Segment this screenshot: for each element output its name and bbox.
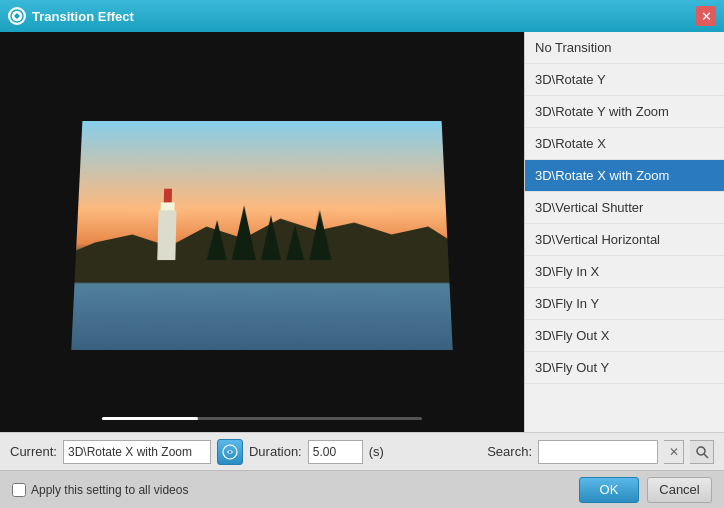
transition-item[interactable]: 3D\Fly Out Y: [525, 352, 724, 384]
duration-input[interactable]: [308, 440, 363, 464]
preview-background: [71, 121, 452, 350]
duration-unit: (s): [369, 444, 384, 459]
transition-item[interactable]: 3D\Rotate X: [525, 128, 724, 160]
cancel-button[interactable]: Cancel: [647, 477, 712, 503]
transition-item[interactable]: 3D\Fly In X: [525, 256, 724, 288]
tree-3: [260, 215, 280, 260]
random-transition-button[interactable]: [217, 439, 243, 465]
duration-label: Duration:: [249, 444, 302, 459]
apply-all-checkbox[interactable]: [12, 483, 26, 497]
transition-item[interactable]: No Transition: [525, 32, 724, 64]
transition-item[interactable]: 3D\Fly In Y: [525, 288, 724, 320]
footer-bar: Apply this setting to all videos OK Canc…: [0, 470, 724, 508]
apply-all-label[interactable]: Apply this setting to all videos: [31, 483, 188, 497]
transition-item[interactable]: 3D\Vertical Shutter: [525, 192, 724, 224]
ok-button[interactable]: OK: [579, 477, 639, 503]
tree-4: [285, 225, 303, 260]
content-area: No Transition3D\Rotate Y3D\Rotate Y with…: [0, 32, 724, 432]
tree-5: [308, 210, 331, 260]
current-label: Current:: [10, 444, 57, 459]
trees-group: [206, 205, 331, 260]
lh-body: [158, 210, 177, 260]
search-go-button[interactable]: [690, 440, 714, 464]
apply-all-checkbox-group: Apply this setting to all videos: [12, 483, 571, 497]
transition-list-panel: No Transition3D\Rotate Y3D\Rotate Y with…: [524, 32, 724, 432]
title-bar: Transition Effect ✕: [0, 0, 724, 32]
app-icon: [8, 7, 26, 25]
transition-item[interactable]: 3D\Vertical Horizontal: [525, 224, 724, 256]
transition-list[interactable]: No Transition3D\Rotate Y3D\Rotate Y with…: [525, 32, 724, 432]
lh-cap: [164, 188, 172, 202]
search-input[interactable]: [538, 440, 658, 464]
transition-item[interactable]: 3D\Rotate X with Zoom: [525, 160, 724, 192]
window-title: Transition Effect: [32, 9, 696, 24]
svg-line-4: [704, 454, 708, 458]
preview-image: [71, 121, 452, 350]
close-button[interactable]: ✕: [696, 6, 716, 26]
transition-item[interactable]: 3D\Fly Out X: [525, 320, 724, 352]
bottom-controls-bar: Current: Duration: (s) Search: ✕: [0, 432, 724, 470]
transition-item[interactable]: 3D\Rotate Y with Zoom: [525, 96, 724, 128]
transition-effect-window: Transition Effect ✕: [0, 0, 724, 508]
preview-panel: [0, 32, 524, 432]
svg-point-2: [228, 450, 231, 453]
svg-point-3: [697, 447, 705, 455]
search-label: Search:: [487, 444, 532, 459]
transition-item[interactable]: 3D\Rotate Y: [525, 64, 724, 96]
lighthouse: [158, 188, 178, 259]
progress-indicator: [102, 417, 198, 420]
current-value-input[interactable]: [63, 440, 211, 464]
tree-2: [231, 205, 255, 260]
tree-1: [206, 220, 227, 260]
preview-progress-bar: [102, 417, 422, 420]
lh-lamp: [161, 202, 175, 210]
search-clear-button[interactable]: ✕: [664, 440, 684, 464]
